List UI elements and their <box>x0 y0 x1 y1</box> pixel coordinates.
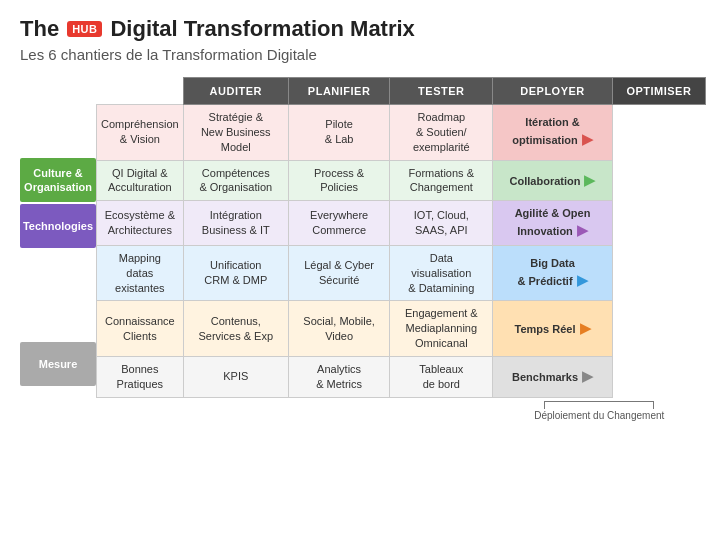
cell-r3-c4: Big Data & Prédictif▶ <box>493 245 612 301</box>
cell-r3-c2: Légal & Cyber Sécurité <box>288 245 389 301</box>
hub-logo: HUB <box>67 21 102 37</box>
arrow-icon: ▶ <box>577 271 588 290</box>
cell-r5-c1: KPIS <box>183 357 288 398</box>
arrow-icon: ▶ <box>577 221 588 240</box>
table-row-3: Mapping datas existantesUnification CRM … <box>97 245 706 301</box>
bracket-container <box>493 401 707 409</box>
cell-text: Benchmarks <box>512 371 578 383</box>
cell-r3-c0: Mapping datas existantes <box>97 245 184 301</box>
table-row-2: Ecosystème & ArchitecturesIntégration Bu… <box>97 201 706 246</box>
page-subtitle: Les 6 chantiers de la Transformation Dig… <box>20 46 706 63</box>
page-title: The HUB Digital Transformation Matrix <box>20 16 706 42</box>
matrix-container: Culture & OrganisationTechnologiesMesure… <box>20 77 706 421</box>
col-header-deployer: DEPLOYER <box>493 78 612 105</box>
col-header-auditer: AUDITER <box>183 78 288 105</box>
cell-r4-c3: Engagement & Mediaplanning Omnicanal <box>390 301 493 357</box>
table-wrap: AUDITERPLANIFIERTESTERDEPLOYEROPTIMISER … <box>96 77 706 421</box>
cell-r1-c4: Collaboration▶ <box>493 160 612 201</box>
cell-r5-c2: Analytics & Metrics <box>288 357 389 398</box>
bracket-line <box>544 401 654 409</box>
table-row-5: Bonnes PratiquesKPISAnalytics & MetricsT… <box>97 357 706 398</box>
cell-r0-c4: Itération & optimisation▶ <box>493 105 612 161</box>
col-header-tester: TESTER <box>390 78 493 105</box>
arrow-icon: ▶ <box>580 319 591 338</box>
cell-r2-c2: Everywhere Commerce <box>288 201 389 246</box>
cell-r2-c3: IOT, Cloud, SAAS, API <box>390 201 493 246</box>
table-row-1: QI Digital & AcculturationCompétences & … <box>97 160 706 201</box>
cell-r0-c0: Compréhension & Vision <box>97 105 184 161</box>
deploy-annotation: Déploiement du Changement <box>96 401 706 421</box>
cell-r1-c3: Formations & Changement <box>390 160 493 201</box>
cell-r5-c3: Tableaux de bord <box>390 357 493 398</box>
cell-r4-c1: Contenus, Services & Exp <box>183 301 288 357</box>
cell-r0-c3: Roadmap & Soutien/ exemplarité <box>390 105 493 161</box>
row-labels: Culture & OrganisationTechnologiesMesure <box>20 111 96 387</box>
cell-text: Temps Réel <box>515 323 576 335</box>
arrow-icon: ▶ <box>582 367 593 386</box>
cell-r5-c4: Benchmarks▶ <box>493 357 612 398</box>
cell-r2-c0: Ecosystème & Architectures <box>97 201 184 246</box>
matrix-table: AUDITERPLANIFIERTESTERDEPLOYEROPTIMISER … <box>96 77 706 398</box>
arrow-icon: ▶ <box>584 171 595 190</box>
col-header-planifier: PLANIFIER <box>288 78 389 105</box>
cell-r1-c1: Compétences & Organisation <box>183 160 288 201</box>
cell-r4-c4: Temps Réel▶ <box>493 301 612 357</box>
arrow-icon: ▶ <box>582 130 593 149</box>
title-suffix: Digital Transformation Matrix <box>110 16 414 42</box>
page-root: The HUB Digital Transformation Matrix Le… <box>20 16 706 421</box>
cell-r3-c3: Data visualisation & Datamining <box>390 245 493 301</box>
cell-r0-c2: Pilote & Lab <box>288 105 389 161</box>
row-label-2: Technologies <box>20 204 96 248</box>
cell-r2-c4: Agilité & Open Innovation▶ <box>493 201 612 246</box>
cell-r4-c2: Social, Mobile, Video <box>288 301 389 357</box>
table-row-0: Compréhension & VisionStratégie & New Bu… <box>97 105 706 161</box>
row-label-5: Mesure <box>20 342 96 386</box>
cell-text: Big Data & Prédictif <box>518 257 575 287</box>
cell-r1-c2: Process & Policies <box>288 160 389 201</box>
cell-r4-c0: Connaissance Clients <box>97 301 184 357</box>
cell-text: Itération & optimisation <box>512 116 579 146</box>
row-label-1: Culture & Organisation <box>20 158 96 202</box>
cell-r2-c1: Intégration Business & IT <box>183 201 288 246</box>
table-row-4: Connaissance ClientsContenus, Services &… <box>97 301 706 357</box>
cell-r5-c0: Bonnes Pratiques <box>97 357 184 398</box>
cell-r3-c1: Unification CRM & DMP <box>183 245 288 301</box>
cell-r1-c0: QI Digital & Acculturation <box>97 160 184 201</box>
deploy-label: Déploiement du Changement <box>534 410 664 421</box>
cell-text: Collaboration <box>510 175 581 187</box>
col-header-optimiser: OPTIMISER <box>612 78 705 105</box>
cell-r0-c1: Stratégie & New Business Model <box>183 105 288 161</box>
title-prefix: The <box>20 16 59 42</box>
